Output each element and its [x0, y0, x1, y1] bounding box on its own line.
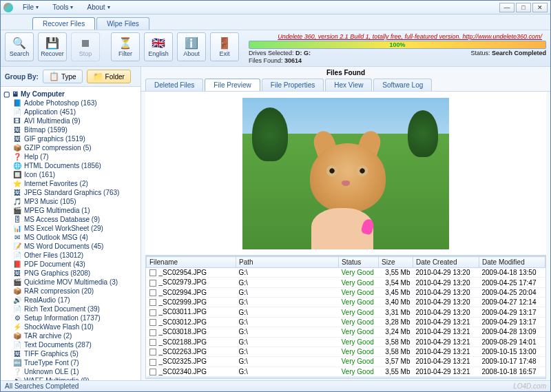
about-button[interactable]: ℹ️About [177, 32, 206, 61]
row-checkbox[interactable] [149, 359, 156, 366]
tree-node[interactable]: ⚡ShockWave Flash (10) [2, 322, 139, 331]
tab-deleted-files[interactable]: Deleted Files [145, 79, 203, 91]
row-checkbox[interactable] [149, 319, 156, 326]
tree-node[interactable]: 🎞AVI Multimedia (9) [2, 116, 139, 125]
tree-node[interactable]: ❔Unknown OLE (1) [2, 367, 139, 376]
tree-node[interactable]: 🔤TrueType Font (7) [2, 358, 139, 367]
table-row[interactable]: _SC02999.JPGG:\Very Good3,40 Mb2010-04-2… [147, 298, 545, 307]
tree-node[interactable]: ❓Help (7) [2, 152, 139, 161]
file-list[interactable]: Filename Path Status Size Date Created D… [145, 256, 546, 379]
exit-button[interactable]: 🚪Exit [210, 32, 239, 61]
menu-about[interactable]: About▾ [81, 2, 115, 12]
row-checkbox[interactable] [149, 299, 156, 306]
file-type-icon: ✉ [13, 234, 21, 242]
table-row[interactable]: _SC02340.JPGG:\Very Good3,55 Mb2010-04-2… [147, 367, 545, 376]
menu-file[interactable]: File▾ [17, 2, 44, 12]
tree-node[interactable]: 🔊RealAudio (17) [2, 296, 139, 305]
recover-icon: 💾 [45, 37, 59, 50]
table-row[interactable]: _SC02994.JPGG:\Very Good3,45 Mb2010-04-2… [147, 287, 545, 297]
row-checkbox[interactable] [149, 369, 156, 375]
col-size[interactable]: Size [379, 257, 413, 268]
scan-status: Status: Search Completed [470, 50, 546, 56]
table-row[interactable]: _SC02391.JPGG:\Very Good3,54 Mb2010-04-2… [147, 376, 545, 379]
promo-link[interactable]: Undelete 360, version 2.1 Build 1, total… [249, 33, 546, 40]
group-by-type-button[interactable]: 📋Type [43, 70, 83, 83]
file-type-icon: 🔲 [13, 171, 21, 179]
tree-node[interactable]: 📦TAR archive (2) [2, 331, 139, 340]
tab-file-preview[interactable]: File Preview [205, 79, 260, 91]
tree-node[interactable]: 🖼PNG Graphics (8208) [2, 269, 139, 278]
tree-node[interactable]: 📄Application (451) [2, 107, 139, 116]
language-button[interactable]: 🇬🇧English [144, 32, 173, 61]
tree-node[interactable]: 🎵MP3 Music (105) [2, 197, 139, 206]
table-row[interactable]: _SC02954.JPGG:\Very Good3,55 Mb2010-04-2… [147, 268, 545, 278]
col-created[interactable]: Date Created [413, 257, 479, 268]
table-row[interactable]: _SC03012.JPGG:\Very Good3,28 Mb2010-04-2… [147, 317, 545, 327]
tab-software-log[interactable]: Software Log [373, 79, 432, 91]
progress-bar: 100% [249, 41, 546, 49]
row-checkbox[interactable] [149, 289, 156, 296]
file-type-icon: 🖼 [13, 135, 21, 143]
tree-node[interactable]: 📄Rich Text Document (39) [2, 305, 139, 313]
tree-node[interactable]: ✉MS Outlook MSG (4) [2, 233, 139, 242]
tab-hex-view[interactable]: Hex View [325, 79, 372, 91]
row-checkbox[interactable] [149, 280, 156, 287]
tree-node[interactable]: 📕PDF Document (43) [2, 260, 139, 269]
row-checkbox[interactable] [149, 269, 156, 276]
file-type-icon: ❔ [13, 368, 21, 376]
file-type-tree[interactable]: ▢🖥My Computer 📘Adobe Photoshop (163)📄App… [1, 87, 141, 380]
tree-node[interactable]: 🔲Icon (161) [2, 170, 139, 179]
tree-node[interactable]: 🎬MPEG Multimedia (1) [2, 206, 139, 215]
tree-node[interactable]: 📄Text Documents (287) [2, 340, 139, 349]
tree-node[interactable]: 🎬Quicktime MOV Multimedia (3) [2, 278, 139, 287]
tab-file-properties[interactable]: File Properties [262, 79, 324, 91]
tab-wipe-files[interactable]: Wipe Files [96, 17, 149, 30]
table-row[interactable]: _SC02979.JPGG:\Very Good3,54 Mb2010-04-2… [147, 278, 545, 287]
col-filename[interactable]: Filename [147, 257, 236, 268]
row-checkbox[interactable] [149, 349, 156, 355]
tree-root[interactable]: ▢🖥My Computer [2, 90, 139, 99]
row-checkbox[interactable] [149, 339, 156, 346]
table-row[interactable]: _SC02263.JPGG:\Very Good3,58 Mb2010-04-2… [147, 347, 545, 356]
search-button[interactable]: 🔍Search [5, 32, 34, 61]
row-checkbox[interactable] [149, 378, 156, 379]
tree-node[interactable]: 🌐HTML Documents (1856) [2, 161, 139, 170]
tree-node[interactable]: 📄Other Files (13012) [2, 251, 139, 260]
table-row[interactable]: _SC03011.JPGG:\Very Good3,31 Mb2010-04-2… [147, 307, 545, 317]
tree-node[interactable]: 📘Adobe Photoshop (163) [2, 99, 139, 107]
tree-node[interactable]: 🗄MS Access Database (9) [2, 215, 139, 224]
tree-node[interactable]: 📦RAR compression (20) [2, 287, 139, 296]
stop-button[interactable]: ⏹Stop [71, 32, 100, 61]
table-row[interactable]: _SC02188.JPGG:\Very Good3,58 Mb2010-04-2… [147, 337, 545, 347]
tree-node[interactable]: 🖼JPEG Standard Graphics (763) [2, 188, 139, 197]
filter-button[interactable]: ⏳Filter [111, 32, 140, 61]
minimize-button[interactable]: — [499, 3, 514, 12]
close-button[interactable]: ✕ [532, 3, 548, 12]
table-row[interactable]: _SC03018.JPGG:\Very Good3,24 Mb2010-04-2… [147, 327, 545, 337]
recover-button[interactable]: 💾Recover [38, 32, 67, 61]
exit-icon: 🚪 [218, 37, 231, 50]
file-type-icon: 🎵 [13, 198, 21, 206]
tree-node[interactable]: ⚙Setup Information (1737) [2, 313, 139, 322]
tree-node[interactable]: 📦GZIP compression (5) [2, 143, 139, 152]
col-status[interactable]: Status [339, 257, 379, 268]
file-type-icon: 📦 [13, 144, 21, 152]
col-modified[interactable]: Date Modified [479, 257, 545, 268]
tree-node[interactable]: ⭐Internet Favorites (2) [2, 179, 139, 188]
search-icon: 🔍 [12, 37, 26, 50]
tree-node[interactable]: 🖼Bitmap (1599) [2, 125, 139, 134]
col-path[interactable]: Path [236, 257, 339, 268]
tab-recover-files[interactable]: Recover Files [32, 17, 95, 30]
collapse-icon: ▢ [3, 90, 10, 98]
tree-node[interactable]: 📝MS Word Documents (45) [2, 242, 139, 251]
tree-node[interactable]: 📊MS Excel WorkSheet (29) [2, 224, 139, 233]
tree-node[interactable]: 🖼TIFF Graphics (5) [2, 349, 139, 358]
copy-icon: 📋 [49, 72, 59, 81]
menu-tools[interactable]: Tools▾ [47, 2, 79, 12]
tree-node[interactable]: 🖼GIF graphics (1519) [2, 134, 139, 143]
group-by-folder-button[interactable]: 📁Folder [87, 70, 131, 83]
table-row[interactable]: _SC02325.JPGG:\Very Good3,57 Mb2010-04-2… [147, 357, 545, 367]
row-checkbox[interactable] [149, 329, 156, 336]
maximize-button[interactable]: □ [516, 3, 531, 12]
row-checkbox[interactable] [149, 309, 156, 316]
